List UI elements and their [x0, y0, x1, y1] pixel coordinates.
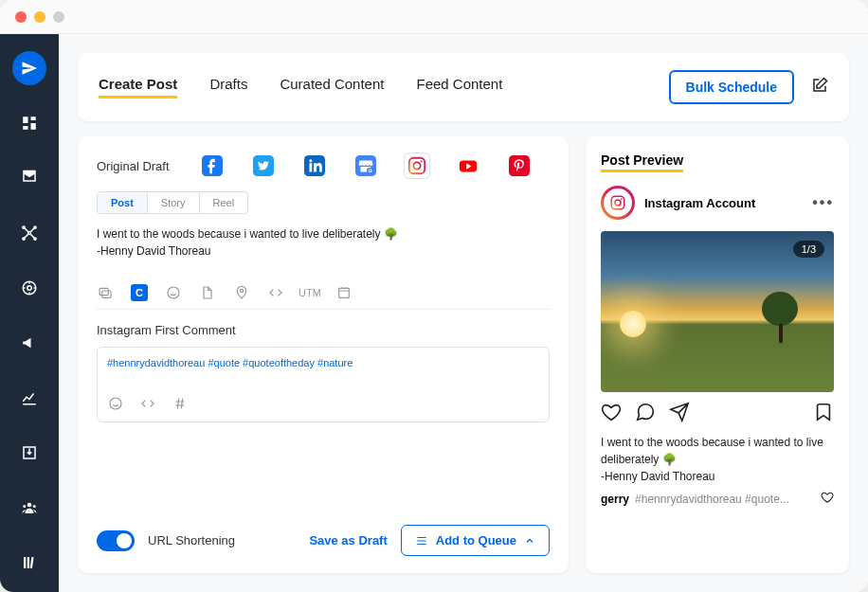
- svg-point-34: [110, 398, 121, 409]
- maximize-window-icon[interactable]: [53, 11, 64, 23]
- document-icon[interactable]: [199, 284, 216, 301]
- tree-graphic: [762, 292, 800, 339]
- share-icon[interactable]: [669, 402, 690, 426]
- more-icon[interactable]: •••: [812, 194, 834, 211]
- comment-hashtag-icon[interactable]: [172, 395, 189, 412]
- nav-support-icon[interactable]: [12, 271, 46, 305]
- svg-point-5: [28, 232, 31, 235]
- svg-rect-1: [31, 117, 36, 120]
- account-name: Instagram Account: [644, 196, 803, 210]
- twitter-icon[interactable]: [251, 153, 276, 178]
- svg-rect-2: [31, 123, 36, 130]
- like-icon[interactable]: [601, 402, 622, 426]
- svg-rect-35: [611, 196, 624, 209]
- post-type-story[interactable]: Story: [148, 192, 200, 213]
- nav-dashboard-icon[interactable]: [12, 106, 46, 140]
- preview-title: Post Preview: [601, 152, 683, 172]
- svg-point-11: [27, 286, 32, 291]
- linkedin-icon[interactable]: [302, 153, 327, 178]
- post-editor: Original Draft Post Story Reel: [78, 136, 569, 573]
- canva-icon[interactable]: C: [131, 284, 148, 301]
- comment-like-icon[interactable]: [821, 491, 834, 507]
- svg-rect-17: [27, 557, 29, 568]
- close-window-icon[interactable]: [15, 11, 27, 23]
- post-preview-panel: Post Preview Instagram Account ••• 1/3: [586, 136, 849, 573]
- post-type-reel[interactable]: Reel: [200, 192, 248, 213]
- nav-megaphone-icon[interactable]: [12, 326, 46, 360]
- preview-image: 1/3: [601, 231, 834, 392]
- tab-feed-content[interactable]: Feed Content: [416, 76, 502, 99]
- svg-point-23: [366, 168, 372, 174]
- svg-rect-24: [408, 158, 425, 174]
- svg-rect-30: [102, 291, 111, 297]
- hashtags-text: #hennrydavidthoreau #quote #quoteoftheda…: [107, 357, 539, 368]
- nav-team-icon[interactable]: [12, 491, 46, 525]
- edit-icon[interactable]: [811, 77, 828, 98]
- carousel-counter: 1/3: [793, 241, 824, 258]
- svg-point-31: [168, 287, 179, 298]
- list-icon: [415, 534, 428, 547]
- post-type-tabs: Post Story Reel: [97, 191, 248, 214]
- svg-point-14: [23, 505, 26, 508]
- url-shortening-toggle[interactable]: [97, 530, 135, 551]
- post-text-input[interactable]: [97, 220, 550, 277]
- tab-curated-content[interactable]: Curated Content: [280, 76, 384, 99]
- sun-graphic: [620, 311, 646, 337]
- comment-code-icon[interactable]: [139, 395, 156, 412]
- tab-drafts[interactable]: Drafts: [209, 76, 247, 99]
- nav-library-icon[interactable]: [12, 546, 46, 580]
- comment-icon[interactable]: [635, 402, 656, 426]
- add-to-queue-label: Add to Queue: [436, 533, 516, 547]
- first-comment-heading: Instagram First Comment: [97, 323, 550, 337]
- platform-label: Original Draft: [97, 159, 170, 173]
- minimize-window-icon[interactable]: [34, 11, 45, 23]
- nav-analytics-icon[interactable]: [12, 381, 46, 415]
- calendar-icon[interactable]: [335, 284, 353, 301]
- nav-inbox-icon[interactable]: [12, 436, 46, 470]
- url-shortening-label: URL Shortening: [148, 533, 296, 547]
- chevron-up-icon: [524, 535, 535, 547]
- post-type-post[interactable]: Post: [98, 192, 148, 213]
- nav-compose-icon[interactable]: [12, 51, 46, 85]
- svg-point-13: [27, 503, 32, 508]
- instagram-avatar: [601, 186, 635, 220]
- svg-rect-33: [339, 288, 350, 297]
- svg-rect-22: [355, 155, 376, 176]
- svg-point-25: [413, 162, 420, 169]
- facebook-icon[interactable]: [200, 153, 225, 178]
- save-icon[interactable]: [813, 402, 834, 426]
- location-icon[interactable]: [233, 284, 250, 301]
- youtube-icon[interactable]: [456, 153, 480, 178]
- save-draft-button[interactable]: Save as Draft: [309, 533, 387, 547]
- svg-point-36: [615, 200, 621, 206]
- code-icon[interactable]: [267, 284, 284, 301]
- instagram-icon[interactable]: [405, 153, 429, 178]
- utm-icon[interactable]: UTM: [301, 284, 318, 301]
- window-titlebar: [0, 0, 868, 34]
- svg-point-37: [621, 198, 623, 200]
- svg-rect-29: [99, 288, 108, 295]
- sidebar: [0, 34, 59, 592]
- gmb-icon[interactable]: [353, 153, 378, 178]
- emoji-icon[interactable]: [165, 284, 182, 301]
- svg-point-32: [240, 289, 243, 292]
- tab-create-post[interactable]: Create Post: [99, 76, 177, 99]
- svg-point-15: [33, 505, 36, 508]
- svg-rect-28: [509, 155, 530, 176]
- nav-campaigns-icon[interactable]: [12, 161, 46, 195]
- add-to-queue-button[interactable]: Add to Queue: [401, 525, 550, 556]
- preview-caption: I went to the woods because i wanted to …: [601, 434, 834, 485]
- pinterest-icon[interactable]: [507, 153, 532, 178]
- comment-user: gerry: [601, 493, 629, 506]
- svg-rect-3: [23, 126, 27, 130]
- comment-emoji-icon[interactable]: [107, 395, 124, 412]
- bulk-schedule-button[interactable]: Bulk Schedule: [669, 70, 794, 104]
- svg-rect-0: [23, 117, 27, 123]
- media-icon[interactable]: [97, 284, 114, 301]
- topbar: Create Post Drafts Curated Content Feed …: [78, 53, 849, 121]
- nav-network-icon[interactable]: [12, 216, 46, 250]
- svg-rect-18: [30, 557, 34, 568]
- comment-text: #hennrydavidthoreau #quote...: [635, 493, 815, 506]
- first-comment-input[interactable]: #hennrydavidthoreau #quote #quoteoftheda…: [97, 347, 550, 422]
- svg-point-26: [420, 160, 422, 162]
